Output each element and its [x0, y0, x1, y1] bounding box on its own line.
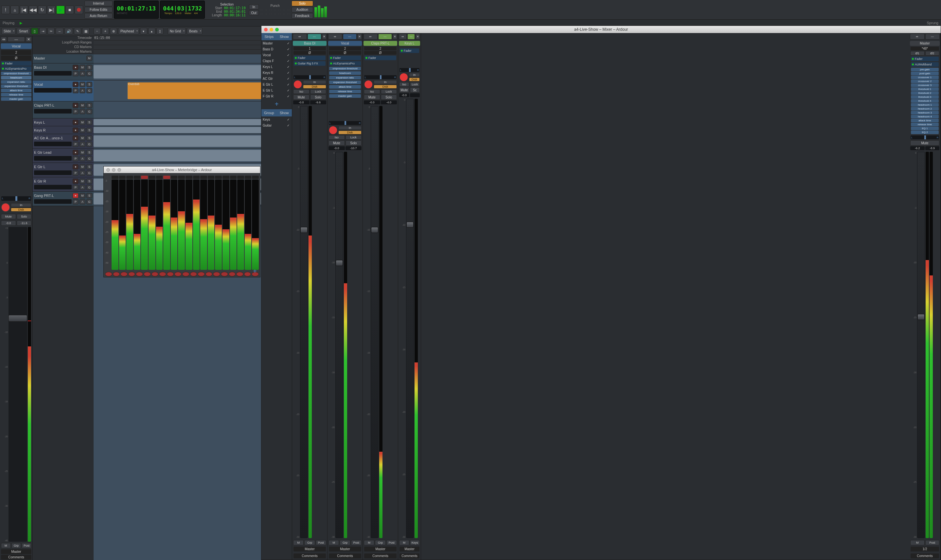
panner[interactable]: LR — [399, 68, 419, 72]
track-group-button[interactable]: G — [86, 185, 92, 190]
track-header-fader[interactable] — [34, 199, 72, 204]
track-s-button[interactable]: S — [86, 120, 92, 125]
output-button[interactable]: Master — [294, 546, 326, 551]
monitor-in-button[interactable]: In — [374, 80, 397, 84]
track-record-button[interactable]: ● — [72, 150, 79, 155]
zoom-in-button[interactable]: + — [102, 28, 109, 34]
plugin-param[interactable]: threshold 2 — [911, 91, 939, 95]
strip-meter-mode-button[interactable]: Post — [22, 543, 31, 548]
track-shrink-button[interactable]: ▾ — [140, 28, 147, 34]
fader[interactable] — [406, 99, 414, 538]
strip-input-button[interactable]: — — [343, 34, 357, 40]
punch-out-button[interactable]: Out — [249, 10, 259, 15]
track-header[interactable]: Keys L●MS — [33, 118, 94, 126]
track-group-button[interactable]: G — [86, 156, 92, 161]
record-button[interactable] — [365, 80, 372, 88]
strips-list-row[interactable]: Bass D✓ — [262, 46, 292, 52]
master-comments[interactable]: Comments — [910, 554, 939, 558]
peak-indicator[interactable] — [156, 175, 163, 179]
strips-list-row[interactable]: F Gtr R✓ — [262, 93, 292, 99]
track-m-button[interactable]: M — [80, 120, 85, 125]
panner[interactable]: LR — [294, 75, 326, 79]
strips-list-row[interactable]: AC Gtr✓ — [262, 75, 292, 82]
meterbridge-rec-button[interactable] — [236, 272, 243, 276]
meterbridge-rec-button[interactable] — [113, 272, 120, 276]
peak-display[interactable]: -9.6 — [310, 100, 327, 105]
master-processors[interactable]: Fader AUMultiband pre-gainpost-gaincross… — [909, 56, 940, 135]
strips-list-row[interactable]: E Gtr L✓ — [262, 87, 292, 93]
strip-hide-button[interactable]: ✕ — [26, 37, 32, 42]
gain-display[interactable]: -0.0 — [293, 100, 310, 105]
group-button[interactable]: Keys — [410, 540, 420, 545]
plugin-param[interactable]: headroom — [329, 71, 361, 75]
track-m-button[interactable]: M — [80, 82, 85, 87]
mute-button[interactable]: Mute — [328, 140, 345, 146]
track-group-button[interactable]: G — [86, 88, 92, 93]
peak-indicator[interactable] — [134, 175, 141, 179]
peak-indicator[interactable] — [126, 175, 133, 179]
lock-button[interactable]: Lock — [345, 135, 362, 140]
track-header-fader[interactable] — [34, 156, 72, 161]
meterbridge-rec-button[interactable] — [159, 272, 166, 276]
solo-button[interactable]: Solo — [381, 95, 397, 100]
auto-return-button[interactable]: Auto Return — [85, 13, 112, 18]
master-meter-point[interactable]: M — [910, 540, 925, 545]
meterbridge-rec-button[interactable] — [213, 272, 220, 276]
peak-indicator[interactable] — [178, 175, 185, 179]
monitor-disk-button[interactable]: Disk — [374, 85, 397, 89]
track-header[interactable]: E Gtr R●MSPAG — [33, 177, 94, 192]
monitor-disk-button[interactable]: Disk — [303, 85, 326, 89]
track-record-button[interactable]: ● — [72, 164, 79, 169]
goto-end-button[interactable]: ▶| — [47, 6, 55, 14]
plugin-param[interactable]: ompression threshold — [1, 72, 31, 75]
check-icon[interactable]: ✓ — [286, 71, 291, 75]
track-record-button[interactable]: ● — [72, 82, 79, 87]
comments-button[interactable]: Comments — [294, 554, 326, 558]
track-m-button[interactable]: M — [80, 103, 85, 108]
meterbridge-rec-button[interactable] — [221, 272, 228, 276]
plugin-param[interactable]: release time — [1, 93, 31, 97]
processor[interactable]: Fader — [365, 55, 396, 60]
solo-button[interactable]: Solo — [310, 95, 327, 100]
peak-indicator[interactable] — [252, 175, 259, 179]
processor[interactable]: Guitar Rig 5 FX — [294, 61, 325, 66]
record-button[interactable] — [75, 6, 83, 14]
track-m-button[interactable]: M — [86, 55, 92, 61]
plugin-param[interactable]: EQ 1 — [911, 126, 939, 130]
master-width-button[interactable]: ⇔ — [910, 34, 925, 40]
track-playlist-button[interactable]: P — [72, 109, 79, 114]
mixer-titlebar[interactable]: a4-Live-Show – Mixer – Ardour — [262, 26, 941, 33]
meter-point-button[interactable]: M — [364, 540, 374, 545]
master-mute-button[interactable]: Mute — [910, 140, 939, 146]
cut-tool-button[interactable]: ✂ — [48, 28, 55, 34]
audition-tool-button[interactable]: 🔊 — [65, 28, 73, 34]
track-m-button[interactable]: M — [80, 178, 85, 184]
strips-list-row[interactable]: E Gtr L✓ — [262, 82, 292, 87]
master-meter-mode[interactable]: Post — [925, 540, 940, 545]
plugin-param[interactable]: master gain — [1, 97, 31, 101]
strip-peak-display[interactable]: -11.6 — [17, 220, 32, 226]
track-s-button[interactable]: S — [86, 178, 92, 184]
zoom-focus-selector[interactable]: Playhead — [118, 28, 139, 34]
strip-mute-button[interactable]: Mute — [1, 214, 16, 219]
plugin-param[interactable]: threshold 1 — [911, 87, 939, 91]
comments-button[interactable]: Comments — [399, 554, 419, 558]
solo-button[interactable]: Solo — [345, 140, 362, 146]
peak-indicator[interactable] — [141, 175, 148, 179]
strip-input-button[interactable]: — — [378, 34, 392, 40]
peak-indicator[interactable] — [200, 175, 207, 179]
strip-input-button[interactable]: — — [407, 34, 415, 40]
zoom-fit-button[interactable]: ⊕ — [110, 28, 117, 34]
strip-meter-point-button[interactable]: M — [1, 543, 11, 548]
track-automation-button[interactable]: A — [80, 142, 85, 147]
check-icon[interactable]: ✓ — [286, 59, 291, 63]
track-s-button[interactable]: S — [86, 135, 92, 141]
track-record-button[interactable]: ● — [72, 135, 79, 141]
track-header[interactable]: Keys R●MS — [33, 126, 94, 134]
meterbridge-rec-button[interactable] — [229, 272, 236, 276]
check-icon[interactable]: ✓ — [286, 118, 291, 122]
processor[interactable]: Fader — [294, 55, 325, 60]
strip-plugin-dynamics[interactable]: AUDynamicsPro — [1, 66, 31, 71]
master-phase2-button[interactable]: Ø2 — [925, 51, 940, 55]
record-button[interactable] — [294, 80, 302, 88]
